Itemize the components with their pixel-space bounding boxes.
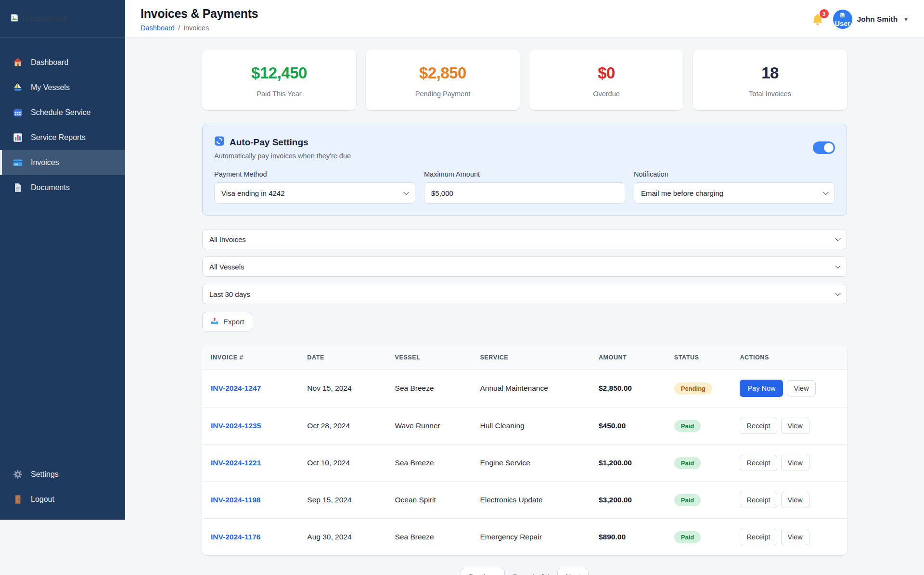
sidebar-item-label: My Vessels	[31, 83, 70, 92]
breadcrumb: Dashboard/Invoices	[141, 24, 258, 32]
autopay-subtitle: Automatically pay invoices when they're …	[214, 152, 351, 160]
sidebar-item-settings[interactable]: Settings	[0, 462, 125, 487]
stat-value: $12,450	[210, 64, 348, 82]
logout-icon	[13, 494, 23, 505]
invoice-link[interactable]: INV-2024-1198	[211, 496, 260, 504]
sidebar-item-logout[interactable]: Logout	[0, 487, 125, 512]
main-area: Invoices & Payments Dashboard/Invoices 3…	[125, 0, 924, 575]
stat-value: $0	[537, 64, 676, 82]
invoice-date: Oct 28, 2024	[299, 408, 387, 445]
status-badge: Paid	[674, 531, 701, 543]
autopay-toggle[interactable]	[813, 141, 835, 154]
invoice-amount: $890.00	[591, 519, 667, 556]
table-row: INV-2024-1176Aug 30, 2024Sea BreezeEmerg…	[202, 519, 847, 556]
breadcrumb-dashboard-link[interactable]: Dashboard	[141, 24, 175, 32]
pay-now-button[interactable]: Pay Now	[740, 380, 783, 397]
receipt-button[interactable]: Receipt	[740, 455, 777, 471]
stat-card-pending-payment: $2,850Pending Payment	[366, 50, 520, 110]
stat-value: $2,850	[373, 64, 512, 82]
sidebar-item-invoices[interactable]: Invoices	[0, 150, 125, 175]
user-name: John Smith	[857, 15, 898, 24]
sidebar-item-my-vessels[interactable]: My Vessels	[0, 75, 125, 100]
invoice-vessel: Sea Breeze	[387, 519, 473, 556]
view-button[interactable]: View	[781, 492, 809, 508]
stat-label: Pending Payment	[373, 90, 512, 98]
invoice-status-filter[interactable]: All Invoices	[202, 229, 847, 249]
vessel-filter[interactable]: All Vessels	[202, 256, 847, 277]
sidebar-item-service-reports[interactable]: Service Reports	[0, 125, 125, 150]
invoice-service: Annual Maintenance	[472, 370, 591, 408]
invoice-link[interactable]: INV-2024-1247	[211, 384, 261, 392]
sidebar-item-schedule-service[interactable]: Schedule Service	[0, 100, 125, 125]
column-header-vessel: VESSEL	[387, 346, 473, 370]
filters: All Invoices All Vessels Last 30 days Ex…	[202, 229, 847, 332]
table-row: INV-2024-1235Oct 28, 2024Wave RunnerHull…	[202, 408, 847, 445]
notification-select[interactable]: Email me before charging	[634, 182, 835, 204]
content: $12,450Paid This Year$2,850Pending Payme…	[125, 38, 924, 575]
documents-icon	[13, 182, 23, 193]
broken-image-icon	[10, 13, 19, 25]
toggle-knob	[824, 143, 834, 153]
invoices-icon	[13, 157, 23, 168]
stat-card-overdue: $0Overdue	[529, 50, 683, 110]
stat-label: Overdue	[537, 90, 676, 98]
export-label: Export	[223, 318, 244, 326]
brand-logo-alt-text: HarborSmith	[22, 14, 68, 24]
invoice-date: Oct 10, 2024	[299, 445, 387, 482]
invoice-vessel: Sea Breeze	[387, 445, 473, 482]
column-header-invoice: INVOICE #	[202, 346, 299, 370]
breadcrumb-current: Invoices	[183, 24, 209, 32]
chevron-down-icon: ▼	[903, 16, 909, 22]
invoice-amount: $1,200.00	[591, 445, 667, 482]
invoice-amount: $450.00	[591, 408, 667, 445]
broken-image-icon	[839, 10, 846, 20]
maximum-amount-input[interactable]	[424, 182, 625, 204]
export-button[interactable]: Export	[202, 312, 252, 332]
invoice-service: Electronics Update	[472, 482, 591, 519]
sidebar-item-label: Schedule Service	[31, 108, 91, 117]
sidebar-item-dashboard[interactable]: Dashboard	[0, 50, 125, 75]
column-header-actions: ACTIONS	[732, 346, 847, 370]
notifications-button[interactable]: 3	[811, 13, 824, 26]
stat-label: Paid This Year	[210, 90, 348, 98]
previous-page-button[interactable]: Previous	[461, 568, 505, 575]
stat-card-total-invoices: 18Total Invoices	[693, 50, 847, 110]
autopay-panel: Auto-Pay Settings Automatically pay invo…	[202, 124, 847, 216]
view-button[interactable]: View	[781, 455, 809, 471]
view-button[interactable]: View	[787, 380, 815, 396]
table-row: INV-2024-1247Nov 15, 2024Sea BreezeAnnua…	[202, 370, 847, 408]
invoice-service: Emergency Repair	[472, 519, 591, 556]
receipt-button[interactable]: Receipt	[740, 492, 777, 508]
export-icon	[210, 317, 219, 327]
status-badge: Paid	[674, 494, 701, 506]
notification-label: Notification	[634, 170, 835, 178]
user-menu[interactable]: User John Smith ▼	[833, 10, 909, 29]
receipt-button[interactable]: Receipt	[740, 418, 777, 434]
sidebar-item-label: Dashboard	[31, 58, 68, 67]
invoice-service: Hull Cleaning	[472, 408, 591, 445]
next-page-button[interactable]: Next	[557, 568, 589, 575]
invoice-link[interactable]: INV-2024-1221	[211, 459, 261, 467]
invoice-date: Aug 30, 2024	[299, 519, 387, 556]
receipt-button[interactable]: Receipt	[740, 529, 777, 545]
payment-method-field: Payment Method Visa ending in 4242	[214, 170, 415, 204]
table-row: INV-2024-1221Oct 10, 2024Sea BreezeEngin…	[202, 445, 847, 482]
view-button[interactable]: View	[781, 418, 809, 434]
invoices-table-card: INVOICE #DATEVESSELSERVICEAMOUNTSTATUSAC…	[202, 346, 847, 555]
invoices-table: INVOICE #DATEVESSELSERVICEAMOUNTSTATUSAC…	[202, 346, 847, 555]
sidebar-item-documents[interactable]: Documents	[0, 175, 125, 200]
breadcrumb-separator: /	[178, 24, 180, 32]
avatar: User	[833, 10, 852, 29]
notification-field: Notification Email me before charging	[634, 170, 835, 204]
stat-value: 18	[701, 64, 839, 82]
payment-method-select[interactable]: Visa ending in 4242	[214, 182, 415, 204]
view-button[interactable]: View	[781, 529, 809, 545]
column-header-amount: AMOUNT	[591, 346, 667, 370]
invoice-link[interactable]: INV-2024-1176	[211, 533, 260, 541]
date-range-filter[interactable]: Last 30 days	[202, 284, 847, 304]
invoice-link[interactable]: INV-2024-1235	[211, 422, 261, 430]
page-info: Page 1 of 4	[513, 573, 550, 575]
column-header-status: STATUS	[667, 346, 732, 370]
reports-icon	[13, 132, 23, 143]
invoice-service: Engine Service	[472, 445, 591, 482]
